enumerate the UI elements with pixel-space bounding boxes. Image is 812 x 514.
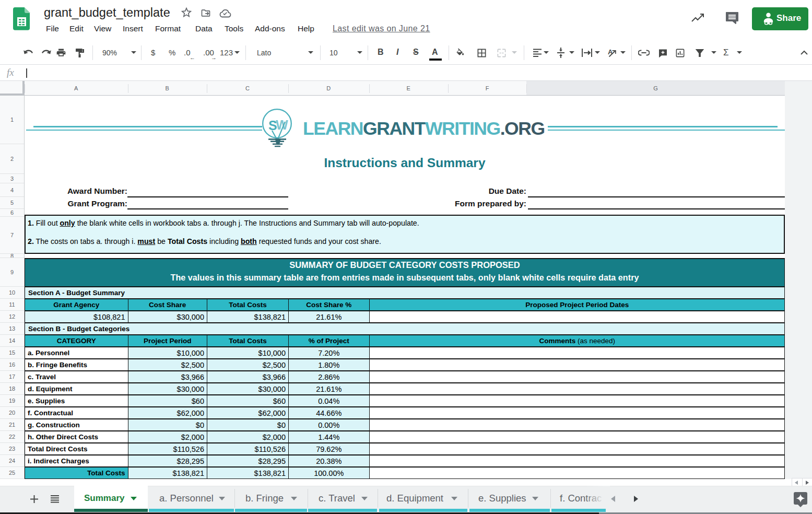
svg-text:A: A bbox=[608, 48, 613, 56]
